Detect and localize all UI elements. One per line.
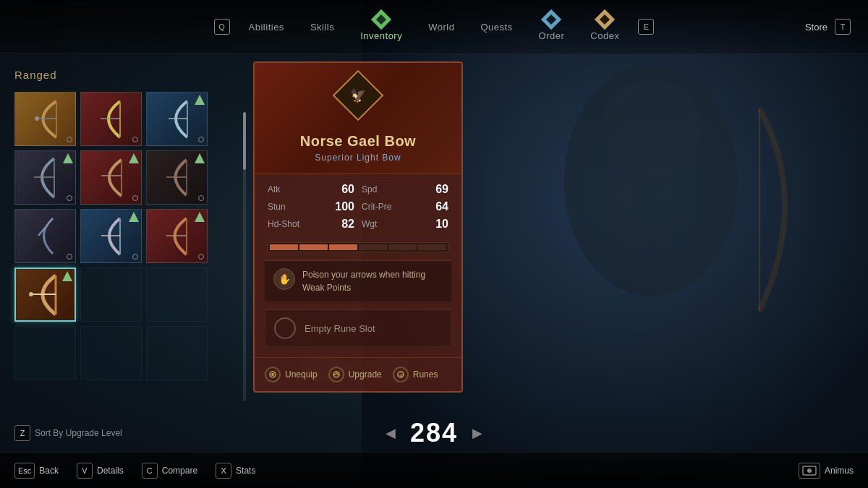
stats-label: Stats [236, 466, 255, 476]
svg-point-4 [35, 116, 39, 121]
details-key: V [77, 463, 93, 479]
pip-6 [418, 244, 446, 250]
item-dot-7 [67, 254, 72, 260]
item-slot-3[interactable] [146, 92, 208, 146]
item-slot-empty-3[interactable] [14, 326, 76, 380]
codex-diamond-icon [595, 9, 615, 30]
nav-item-inventory[interactable]: Inventory [350, 7, 412, 47]
scroll-thumb [243, 112, 246, 170]
bow-icon-6 [156, 154, 199, 201]
stats-key: X [216, 463, 231, 479]
svg-point-21 [807, 468, 812, 473]
item-slot-empty-4[interactable] [80, 326, 142, 380]
animus-icon [799, 463, 820, 479]
item-slot-7[interactable] [14, 209, 76, 263]
svg-text:⊕: ⊕ [399, 373, 402, 377]
back-label: Back [39, 466, 59, 476]
svg-point-16 [271, 373, 274, 376]
upgrade-icon [328, 367, 344, 382]
action-buttons: Unequip Upgrade ⊕ Runes [255, 357, 461, 391]
nav-item-abilities[interactable]: Abilities [239, 16, 294, 38]
scrollbar[interactable] [243, 112, 246, 401]
item-card-icon: 🦅 [350, 87, 366, 103]
sort-hint: Z Sort By Upgrade Level [14, 425, 122, 441]
store-key-badge: T [835, 19, 851, 35]
bottom-bar: Esc Back V Details C Compare X Stats Ani… [0, 452, 868, 488]
upgrade-bar [268, 242, 448, 252]
item-slot-empty-2[interactable] [146, 267, 208, 322]
item-dot-8 [132, 254, 138, 260]
item-dot-9 [198, 254, 204, 260]
stat-spd: Spd 69 [362, 183, 448, 196]
item-slot-empty-5[interactable] [146, 326, 208, 380]
item-slot-1[interactable] [14, 92, 76, 146]
details-action[interactable]: V Details [77, 463, 124, 479]
runes-button[interactable]: ⊕ Runes [393, 367, 438, 382]
stats-action[interactable]: X Stats [216, 463, 255, 479]
bow-icon-9 [156, 213, 199, 260]
item-slot-2[interactable] [80, 92, 142, 146]
upgrade-button[interactable]: Upgrade [328, 367, 382, 382]
runes-icon: ⊕ [393, 367, 409, 382]
sort-key: Z [14, 425, 30, 441]
pip-4 [359, 244, 387, 250]
item-name: Norse Gael Bow [269, 133, 447, 150]
main-content: Ranged [0, 54, 868, 452]
currency-value: 284 [410, 418, 458, 448]
compare-key: C [142, 463, 158, 479]
rune-circle-icon [274, 317, 296, 339]
item-dot-2 [132, 137, 138, 142]
inventory-panel: Ranged [0, 54, 253, 452]
bow-icon-4 [24, 154, 67, 201]
ability-text: Poison your arrows when hitting Weak Poi… [302, 268, 443, 294]
nav-key-q[interactable]: Q [214, 19, 230, 35]
item-dot-3 [198, 137, 204, 142]
item-dot-6 [198, 195, 204, 201]
compare-label: Compare [162, 466, 197, 476]
nav-item-skills[interactable]: Skills [300, 16, 344, 38]
item-slot-6[interactable] [146, 150, 208, 205]
svg-point-13 [29, 292, 33, 296]
inventory-diamond-icon [371, 9, 391, 30]
stat-atk: Atk 60 [268, 183, 354, 196]
nav-item-codex[interactable]: Codex [580, 7, 629, 47]
bow-icon-7 [24, 213, 67, 260]
item-slot-8[interactable] [80, 209, 142, 263]
pip-3 [329, 244, 357, 250]
nav-item-world[interactable]: World [418, 16, 464, 38]
item-slot-5[interactable] [80, 150, 142, 205]
item-slot-empty-1[interactable] [80, 267, 142, 322]
item-stats: Atk 60 Spd 69 Stun 100 Crit-Pre 64 Hd-Sh… [255, 174, 461, 239]
details-label: Details [97, 466, 124, 476]
back-key: Esc [14, 463, 35, 479]
bow-icon-2 [90, 95, 133, 142]
nav-item-quests[interactable]: Quests [470, 16, 522, 38]
stat-hdshot: Hd-Shot 82 [268, 218, 354, 231]
item-card-header: 🦅 Norse Gael Bow Superior Light Bow [255, 63, 461, 174]
rune-slot[interactable]: Empty Rune Slot [265, 309, 451, 347]
unequip-icon [265, 367, 281, 382]
currency-prev-arrow[interactable]: ◀ [386, 425, 396, 441]
bow-icon-3 [156, 95, 199, 142]
item-slot-selected[interactable] [14, 267, 76, 322]
bow-icon-1 [24, 95, 67, 142]
items-grid [14, 92, 239, 380]
bow-icon-5 [90, 154, 133, 201]
unequip-button[interactable]: Unequip [265, 367, 318, 382]
item-dot-4 [67, 195, 72, 201]
pip-2 [299, 244, 328, 250]
currency-display: ◀ 284 ▶ [386, 418, 482, 448]
item-type: Superior Light Bow [269, 153, 447, 163]
compare-action[interactable]: C Compare [142, 463, 197, 479]
back-action[interactable]: Esc Back [14, 463, 59, 479]
item-card-diamond: 🦅 [333, 70, 384, 121]
currency-next-arrow[interactable]: ▶ [472, 425, 482, 441]
top-navigation: Q Abilities Skills Inventory World Quest… [0, 0, 868, 54]
nav-item-order[interactable]: Order [529, 7, 575, 47]
nav-key-e[interactable]: E [638, 19, 654, 35]
item-slot-4[interactable] [14, 150, 76, 205]
item-card: 🦅 Norse Gael Bow Superior Light Bow Atk … [253, 61, 463, 393]
store-button[interactable]: Store T [805, 19, 854, 35]
animus-button[interactable]: Animus [799, 463, 854, 479]
item-slot-9[interactable] [146, 209, 208, 263]
